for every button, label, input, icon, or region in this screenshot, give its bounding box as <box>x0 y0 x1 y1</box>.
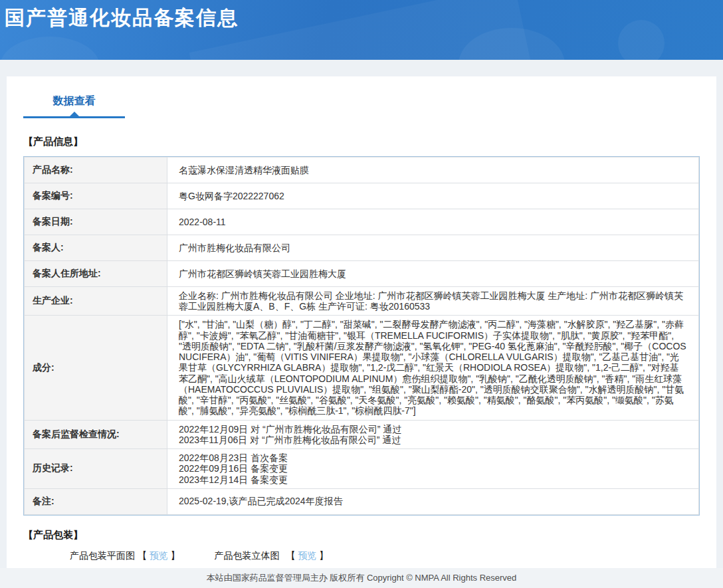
section-package-title: 【产品包装】 <box>23 529 700 541</box>
table-row: 生产企业: 企业名称: 广州市胜梅化妆品有限公司 企业地址: 广州市花都区狮岭镇… <box>25 287 699 316</box>
row-value-filer-address: 广州市花都区狮岭镇芙蓉工业园胜梅大厦 <box>167 261 699 287</box>
row-value-product-name: 名蔻瀑水保湿清透精华液面贴膜 <box>167 157 699 183</box>
table-row: 产品名称: 名蔻瀑水保湿清透精华液面贴膜 <box>25 157 699 183</box>
package-flat-label: 产品包装平面图 <box>70 550 135 561</box>
row-label-manufacturer: 生产企业: <box>25 287 167 316</box>
row-value-manufacturer: 企业名称: 广州市胜梅化妆品有限公司 企业地址: 广州市花都区狮岭镇芙蓉工业园胜… <box>167 287 699 316</box>
table-row: 备注: 2025-02-19,该产品已完成2024年度报告 <box>25 488 699 514</box>
table-row: 备案编号: 粤G妆网备字2022227062 <box>25 183 699 209</box>
package-flat-item: 产品包装平面图 【 预览 】 <box>70 550 183 561</box>
section-product-info-title: 【产品信息】 <box>23 136 700 148</box>
table-row: 备案人住所地址: 广州市花都区狮岭镇芙蓉工业园胜梅大厦 <box>25 261 699 287</box>
content-card: 数据查看 【产品信息】 产品名称: 名蔻瀑水保湿清透精华液面贴膜 备案编号: 粤… <box>7 76 716 568</box>
table-row: 历史记录: 2022年08月23日 首次备案 2022年09月16日 备案变更 … <box>25 449 699 489</box>
package-3d-label: 产品包装立体图 <box>215 550 280 561</box>
row-label-supervision: 备案后监督检查情况: <box>25 420 167 448</box>
row-label-filer: 备案人: <box>25 235 167 261</box>
package-3d-preview-link[interactable]: 预览 <box>298 550 316 561</box>
row-value-filer: 广州市胜梅化妆品有限公司 <box>167 235 699 261</box>
page-footer: 本站由国家药品监督管理局主办 版权所有 Copyright © NMPA All… <box>0 568 723 588</box>
bracket-close: 】 <box>319 550 328 561</box>
supervision-record: 2022年12月09日 对 “广州市胜梅化妆品有限公司” 通过 <box>179 424 687 435</box>
table-row: 备案日期: 2022-08-11 <box>25 209 699 235</box>
tab-data-view[interactable]: 数据查看 <box>23 94 125 118</box>
table-row: 备案人: 广州市胜梅化妆品有限公司 <box>25 235 699 261</box>
product-info-table: 产品名称: 名蔻瀑水保湿清透精华液面贴膜 备案编号: 粤G妆网备字2022227… <box>23 156 700 516</box>
bracket-open: 【 <box>286 550 295 561</box>
row-value-remark: 2025-02-19,该产品已完成2024年度报告 <box>167 488 699 514</box>
tab-caret-icon <box>70 112 79 116</box>
history-record: 2022年08月23日 首次备案 <box>179 452 687 463</box>
top-banner: 国产普通化妆品备案信息 <box>0 0 723 60</box>
row-label-product-name: 产品名称: <box>25 157 167 183</box>
row-label-filing-number: 备案编号: <box>25 183 167 209</box>
row-value-history: 2022年08月23日 首次备案 2022年09月16日 备案变更 2023年1… <box>167 449 699 489</box>
package-links-row: 产品包装平面图 【 预览 】 产品包装立体图 【 预览 】 <box>70 550 700 562</box>
bracket-close: 】 <box>171 550 180 561</box>
package-flat-preview-link[interactable]: 预览 <box>150 550 168 561</box>
history-record: 2022年09月16日 备案变更 <box>179 463 687 474</box>
table-row: 备案后监督检查情况: 2022年12月09日 对 “广州市胜梅化妆品有限公司” … <box>25 420 699 448</box>
tab-data-view-label: 数据查看 <box>53 95 96 106</box>
table-row: 成分: ["水", "甘油", "山梨（糖）醇", "丁二醇", "甜菜碱", … <box>25 316 699 420</box>
row-value-filing-date: 2022-08-11 <box>167 209 699 235</box>
supervision-record: 2023年11月06日 对 “广州市胜梅化妆品有限公司” 通过 <box>179 435 687 445</box>
banner-decor-blob <box>0 37 100 60</box>
row-label-history: 历史记录: <box>25 449 167 489</box>
row-value-ingredients: ["水", "甘油", "山梨（糖）醇", "丁二醇", "甜菜碱", "二裂酵… <box>167 316 699 420</box>
row-label-filer-address: 备案人住所地址: <box>25 261 167 287</box>
row-label-remark: 备注: <box>25 488 167 514</box>
row-value-filing-number: 粤G妆网备字2022227062 <box>167 183 699 209</box>
row-label-ingredients: 成分: <box>25 316 167 420</box>
row-value-supervision: 2022年12月09日 对 “广州市胜梅化妆品有限公司” 通过 2023年11月… <box>167 420 699 448</box>
history-record: 2023年12月14日 备案变更 <box>179 474 687 485</box>
page-title: 国产普通化妆品备案信息 <box>0 0 723 32</box>
bracket-open: 【 <box>138 550 147 561</box>
package-3d-item: 产品包装立体图 【 预览 】 <box>215 550 329 561</box>
tab-bar: 数据查看 <box>23 94 700 118</box>
row-label-filing-date: 备案日期: <box>25 209 167 235</box>
